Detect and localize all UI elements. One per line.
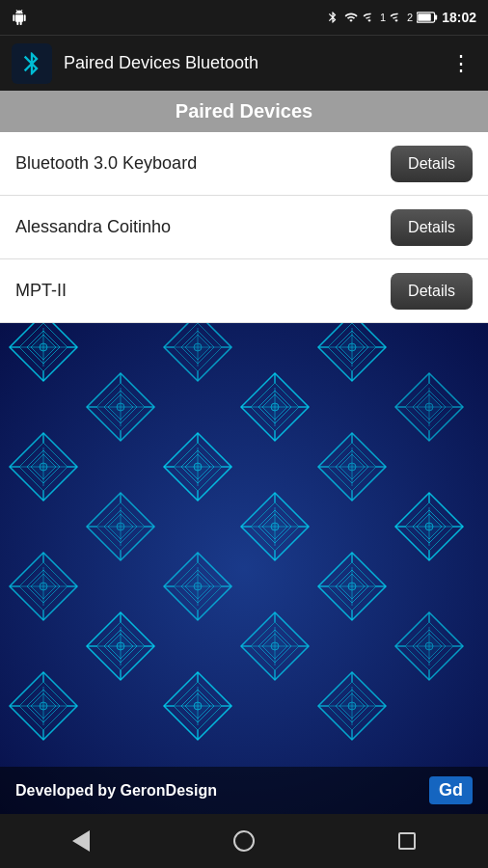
home-button[interactable] <box>214 823 274 859</box>
status-left-icons <box>12 10 27 25</box>
signal2-icon <box>390 11 403 24</box>
device-row-1: Alessandra Coitinho Details <box>0 196 488 259</box>
app-bar: Paired Devices Bluetooth ⋮ <box>0 35 488 91</box>
dev-logo: Gd <box>429 776 473 804</box>
home-icon <box>233 830 255 852</box>
bluetooth-app-icon <box>18 50 45 77</box>
status-bar: 1 2 18:02 <box>0 0 488 35</box>
back-button[interactable] <box>53 823 109 859</box>
nav-bar <box>0 814 488 868</box>
recents-icon <box>398 832 416 850</box>
section-header: Paired Devices <box>0 91 488 132</box>
dev-credit-bar: Developed by GeronDesign Gd <box>0 767 488 814</box>
wifi-status-icon <box>343 11 359 24</box>
android-icon <box>12 10 27 25</box>
device-name-0: Bluetooth 3.0 Keyboard <box>15 153 197 174</box>
device-name-1: Alessandra Coitinho <box>15 217 171 237</box>
signal2-label: 2 <box>407 12 413 23</box>
recents-button[interactable] <box>379 825 435 857</box>
app-bar-title: Paired Devices Bluetooth <box>64 53 447 73</box>
section-title: Paired Devices <box>176 100 312 122</box>
dev-credit-text: Developed by GeronDesign <box>15 782 217 800</box>
bluetooth-status-icon <box>326 11 339 24</box>
device-name-2: MPT-II <box>15 281 67 301</box>
details-button-1[interactable]: Details <box>391 209 473 246</box>
svg-rect-1 <box>435 14 438 19</box>
app-icon <box>12 43 52 84</box>
wallpaper-svg <box>0 323 488 814</box>
signal1-icon <box>363 11 376 24</box>
overflow-menu-button[interactable]: ⋮ <box>447 47 476 80</box>
details-button-0[interactable]: Details <box>391 146 473 182</box>
svg-rect-2 <box>418 14 431 21</box>
device-row-0: Bluetooth 3.0 Keyboard Details <box>0 132 488 196</box>
device-list: Bluetooth 3.0 Keyboard Details Alessandr… <box>0 132 488 323</box>
wallpaper-area: Developed by GeronDesign Gd <box>0 323 488 814</box>
back-icon <box>72 830 90 852</box>
status-time: 18:02 <box>442 10 476 25</box>
status-right-icons: 1 2 18:02 <box>326 10 476 25</box>
battery-icon <box>417 11 438 24</box>
signal1-label: 1 <box>380 12 386 23</box>
details-button-2[interactable]: Details <box>391 273 473 310</box>
device-row-2: MPT-II Details <box>0 259 488 323</box>
